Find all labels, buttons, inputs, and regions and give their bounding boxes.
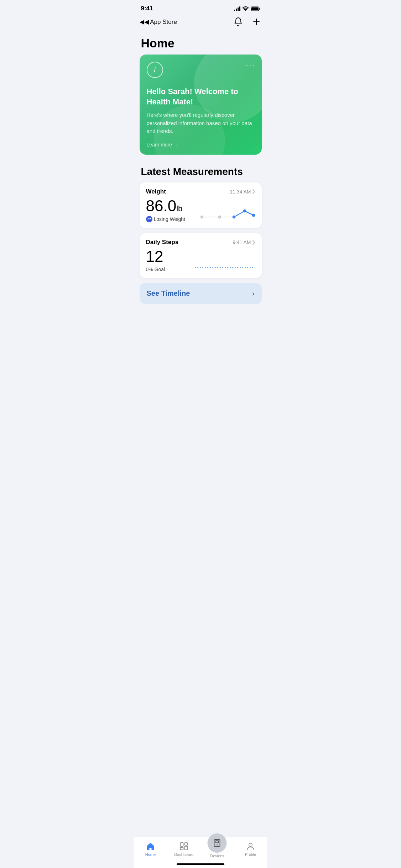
back-arrow: ◀ — [140, 18, 144, 26]
section-title-measurements: Latest Measurements — [134, 165, 267, 182]
chevron-right-icon — [252, 189, 255, 194]
steps-value: 12 — [146, 248, 195, 265]
see-timeline-card[interactable]: See Timeline › — [140, 283, 262, 304]
plus-icon — [252, 18, 260, 26]
steps-goal: 0% Goal — [146, 267, 195, 272]
weight-time: 11:34 AM — [230, 189, 255, 195]
trend-icon — [146, 216, 152, 222]
top-nav: ◀ ◀ App Store — [134, 14, 267, 31]
svg-point-4 — [146, 216, 152, 222]
top-nav-actions — [233, 16, 262, 28]
notification-button[interactable] — [233, 16, 244, 28]
page-title: Home — [134, 31, 267, 55]
weight-row: 86.0lb Losing Weight — [146, 197, 255, 222]
weight-card[interactable]: Weight 11:34 AM 86.0lb L — [140, 182, 262, 228]
learn-more-link[interactable]: Learn more → — [147, 142, 255, 148]
losing-weight-badge: Losing Weight — [146, 216, 198, 222]
steps-row: 12 0% Goal — [146, 248, 255, 272]
welcome-title: Hello Sarah! Welcome to Health Mate! — [147, 87, 255, 107]
svg-line-10 — [234, 211, 245, 217]
steps-value-area: 12 0% Goal — [146, 248, 195, 272]
steps-header: Daily Steps 9:41 AM — [146, 239, 255, 246]
add-button[interactable] — [251, 16, 262, 27]
weight-unit: lb — [176, 204, 182, 213]
svg-rect-1 — [251, 7, 258, 10]
steps-chart — [195, 263, 255, 272]
timeline-arrow: › — [252, 289, 255, 298]
steps-label: Daily Steps — [146, 239, 179, 246]
more-options[interactable]: ··· — [246, 61, 255, 69]
battery-icon — [251, 6, 260, 11]
chevron-right-icon-steps — [252, 240, 255, 245]
bell-icon — [234, 17, 243, 26]
status-icons — [234, 6, 260, 11]
app-store-label: ◀ App Store — [144, 18, 177, 26]
scroll-content: Home ··· i Hello Sarah! Welcome to Healt… — [134, 31, 267, 365]
weight-value-area: 86.0lb Losing Weight — [146, 197, 198, 222]
welcome-card: ··· i Hello Sarah! Welcome to Health Mat… — [140, 55, 262, 155]
wifi-icon — [243, 6, 249, 11]
weight-chart — [198, 205, 255, 222]
welcome-description: Here's where you'll regularly discover p… — [147, 111, 255, 135]
steps-card[interactable]: Daily Steps 9:41 AM 12 0% Goal — [140, 233, 262, 278]
steps-time: 9:41 AM — [233, 239, 255, 245]
weight-header: Weight 11:34 AM — [146, 188, 255, 195]
signal-icon — [234, 6, 240, 11]
status-time: 9:41 — [141, 5, 153, 12]
info-icon: i — [154, 66, 155, 74]
app-store-back[interactable]: ◀ ◀ App Store — [140, 18, 177, 26]
losing-weight-label: Losing Weight — [154, 216, 185, 222]
dotted-line-chart — [195, 263, 255, 270]
weight-value: 86.0lb — [146, 197, 198, 215]
info-icon-circle: i — [147, 62, 163, 78]
status-bar: 9:41 — [134, 0, 267, 14]
timeline-label: See Timeline — [147, 289, 190, 298]
svg-point-13 — [252, 214, 255, 217]
weight-label: Weight — [146, 188, 166, 195]
